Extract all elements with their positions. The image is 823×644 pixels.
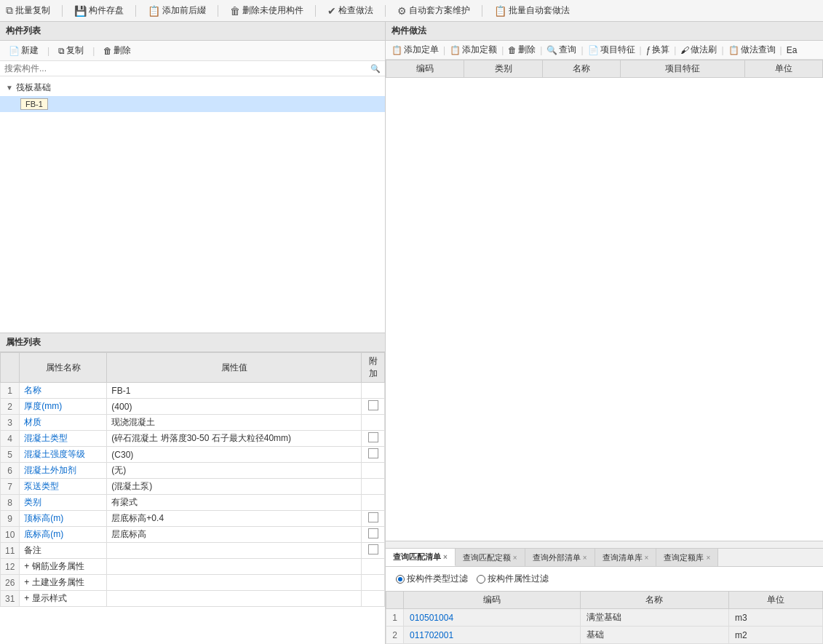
- prop-row[interactable]: 2厚度(mm)(400): [1, 399, 385, 415]
- batch-auto-btn[interactable]: 📋 批量自动套做法: [494, 4, 570, 17]
- prop-value-cell[interactable]: 层底标高+0.4: [107, 511, 362, 527]
- prop-row[interactable]: 10底标高(m)层底标高: [1, 527, 385, 543]
- prop-value-cell[interactable]: 层底标高: [107, 527, 362, 543]
- search-input[interactable]: [4, 63, 370, 73]
- new-btn[interactable]: 📄 新建: [6, 44, 41, 57]
- prop-attach-cell[interactable]: [362, 431, 385, 447]
- prop-value-cell[interactable]: [107, 559, 362, 575]
- prop-value-cell[interactable]: (C30): [107, 447, 362, 463]
- checkbox[interactable]: [368, 512, 378, 522]
- checkbox[interactable]: [368, 400, 378, 410]
- query-col-num: [386, 592, 404, 609]
- prop-attach-cell: [362, 383, 385, 399]
- prop-value-cell[interactable]: [107, 543, 362, 559]
- tab-close-icon[interactable]: ×: [443, 553, 448, 561]
- horizontal-scrollbar[interactable]: [386, 541, 823, 548]
- check-method-btn[interactable]: ✔ 检查做法: [327, 4, 373, 17]
- left-panel: 构件列表 📄 新建 | ⧉ 复制 | 🗑 删除: [0, 22, 386, 644]
- prop-row[interactable]: 12+ 钢筋业务属性: [1, 559, 385, 575]
- method-query-btn[interactable]: 📋 做法查询: [728, 44, 776, 56]
- add-quota-icon: 📋: [450, 45, 461, 55]
- sep6: [482, 5, 482, 17]
- prop-attach-cell: [362, 559, 385, 575]
- checkbox[interactable]: [368, 432, 378, 442]
- prop-value-cell[interactable]: (无): [107, 463, 362, 479]
- filter-by-type[interactable]: 按构件类型过滤: [396, 573, 468, 585]
- ea-btn[interactable]: Ea: [787, 45, 798, 55]
- prop-row[interactable]: 9顶标高(m)层底标高+0.4: [1, 511, 385, 527]
- prop-value-cell[interactable]: [107, 591, 362, 607]
- prop-value-cell[interactable]: FB-1: [107, 383, 362, 399]
- prop-row[interactable]: 31+ 显示样式: [1, 591, 385, 607]
- method-header: 构件做法: [386, 22, 823, 41]
- checkbox[interactable]: [368, 448, 378, 458]
- query-col-unit: 单位: [729, 592, 823, 609]
- tree-group-raft[interactable]: ▼ 筏板基础: [0, 79, 385, 96]
- prop-row[interactable]: 4混凝土类型(碎石混凝土 坍落度30-50 石子最大粒径40mm): [1, 431, 385, 447]
- delete-method-btn[interactable]: 🗑 删除: [508, 44, 536, 56]
- prop-row[interactable]: 11备注: [1, 543, 385, 559]
- prop-row[interactable]: 7泵送类型(混凝土泵): [1, 479, 385, 495]
- property-list-title: 属性列表: [0, 333, 385, 352]
- prop-name-cell: 混凝土强度等级: [20, 447, 107, 463]
- query-name: 基础: [580, 627, 729, 644]
- query-row[interactable]: 2011702001基础m2: [386, 627, 823, 644]
- prop-value-cell[interactable]: (碎石混凝土 坍落度30-50 石子最大粒径40mm): [107, 431, 362, 447]
- convert-btn[interactable]: ƒ 换算: [646, 44, 670, 56]
- delete-comp-icon: 🗑: [103, 46, 112, 56]
- add-quota-btn[interactable]: 📋 添加定额: [450, 44, 497, 56]
- tree-item-fb1[interactable]: FB-1: [0, 96, 385, 112]
- tab-match-list[interactable]: 查询匹配清单 ×: [386, 549, 456, 566]
- tab-close-icon5[interactable]: ×: [706, 554, 710, 562]
- save-component-btn[interactable]: 💾 构件存盘: [74, 4, 124, 17]
- add-before-after-btn[interactable]: 📋 添加前后綴: [148, 4, 206, 17]
- copy-btn[interactable]: ⧉ 复制: [55, 44, 87, 57]
- prop-attach-cell[interactable]: [362, 527, 385, 543]
- search-box: 🔍: [0, 61, 385, 76]
- m-sep6: |: [674, 45, 676, 55]
- prop-row[interactable]: 5混凝土强度等级(C30): [1, 447, 385, 463]
- prop-row[interactable]: 1名称FB-1: [1, 383, 385, 399]
- delete-btn[interactable]: 🗑 删除: [100, 44, 134, 57]
- auto-scheme-btn[interactable]: ⚙ 自动套方案维护: [397, 4, 470, 17]
- prop-attach-cell[interactable]: [362, 447, 385, 463]
- tab-list-library[interactable]: 查询清单库 ×: [595, 549, 657, 566]
- tab-close-icon3[interactable]: ×: [583, 554, 587, 562]
- prop-value-cell[interactable]: (混凝土泵): [107, 479, 362, 495]
- prop-attach-cell: [362, 479, 385, 495]
- query-btn[interactable]: 🔍 查询: [546, 44, 576, 56]
- filter-by-property[interactable]: 按构件属性过滤: [477, 573, 549, 585]
- prop-value-cell[interactable]: (400): [107, 399, 362, 415]
- m-sep7: |: [721, 45, 723, 55]
- tab-match-quota[interactable]: 查询匹配定额 ×: [456, 549, 525, 566]
- prop-attach-cell[interactable]: [362, 511, 385, 527]
- prop-attach-cell[interactable]: [362, 399, 385, 415]
- prop-row[interactable]: 6混凝土外加剂(无): [1, 463, 385, 479]
- prop-value-cell[interactable]: [107, 575, 362, 591]
- prop-row[interactable]: 26+ 土建业务属性: [1, 575, 385, 591]
- tab-external-list[interactable]: 查询外部清单 ×: [525, 549, 595, 566]
- add-single-btn[interactable]: 📋 添加定单: [391, 44, 439, 56]
- checkbox[interactable]: [368, 528, 378, 538]
- m-sep8: |: [780, 45, 782, 55]
- tab-close-icon4[interactable]: ×: [645, 554, 649, 562]
- prop-value-cell[interactable]: 有梁式: [107, 495, 362, 511]
- query-row[interactable]: 1010501004满堂基础m3: [386, 609, 823, 627]
- tab-close-icon2[interactable]: ×: [513, 554, 517, 562]
- prop-name-cell: 混凝土外加剂: [20, 463, 107, 479]
- prop-table: 属性名称 属性值 附加 1名称FB-12厚度(mm)(400)3材质现浇混凝土4…: [0, 352, 385, 644]
- project-icon: 📄: [588, 45, 599, 55]
- checkbox[interactable]: [368, 544, 378, 554]
- method-brush-btn[interactable]: 🖌 做法刷: [680, 44, 717, 56]
- batch-copy-btn[interactable]: ⧉ 批量复制: [6, 4, 50, 17]
- delete-unused-btn[interactable]: 🗑 删除未使用构件: [230, 4, 303, 17]
- prop-value-cell[interactable]: 现浇混凝土: [107, 415, 362, 431]
- method-toolbar: 📋 添加定单 | 📋 添加定额 | 🗑 删除 | 🔍 查询 |: [386, 41, 823, 60]
- tab-quota-library[interactable]: 查询定额库 ×: [656, 549, 718, 566]
- prop-attach-cell[interactable]: [362, 543, 385, 559]
- col-attach: 附加: [362, 353, 385, 383]
- prop-row[interactable]: 3材质现浇混凝土: [1, 415, 385, 431]
- prop-row[interactable]: 8类别有梁式: [1, 495, 385, 511]
- project-feature-btn[interactable]: 📄 项目特征: [588, 44, 635, 56]
- method-col-type: 类别: [464, 60, 542, 78]
